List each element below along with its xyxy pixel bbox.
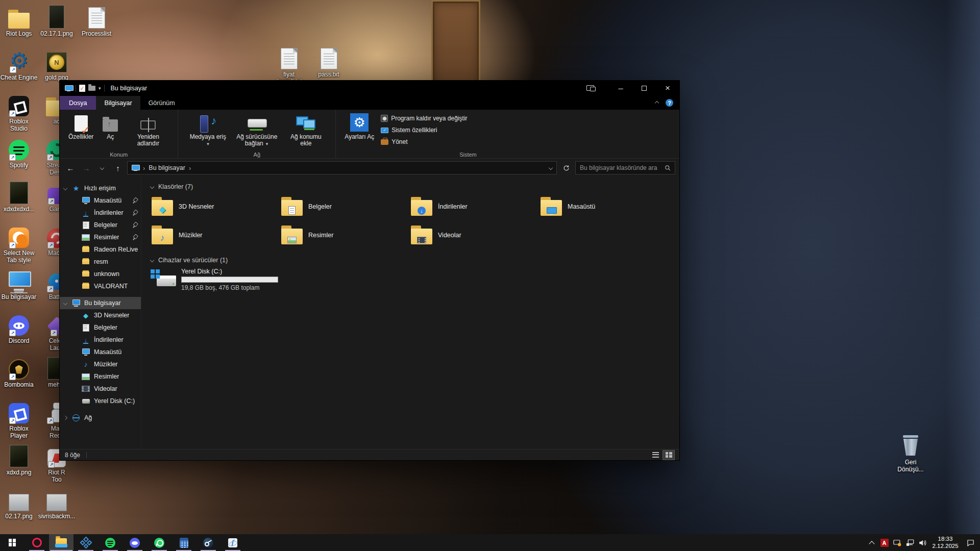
desktop-icon-discord[interactable]: ↗Discord — [0, 311, 38, 344]
volume-tray-icon[interactable] — [916, 534, 929, 551]
open-settings-button[interactable]: ⚙ Ayarları Aç — [341, 112, 378, 140]
address-bar[interactable]: › Bu bilgisayar › — [127, 161, 557, 174]
uninstall-program-button[interactable]: Program kaldır veya değiştir — [381, 113, 467, 123]
properties-button[interactable]: Özellikler — [65, 112, 97, 140]
folder-tile-3d-nesneler[interactable]: 3D Nesneler — [151, 193, 280, 220]
desktop-icon-02-17-1-png[interactable]: 02.17.1.png — [38, 4, 76, 37]
screen-share-tray-icon[interactable] — [891, 534, 903, 551]
folder-tile-i-ndirilenler[interactable]: İndirilenler — [410, 193, 540, 220]
desktop-icon-processlist[interactable]: Processlist — [78, 4, 115, 37]
expander-chevron-icon[interactable] — [63, 301, 67, 305]
rename-button[interactable]: Yeniden adlandır — [124, 112, 173, 147]
access-media-button[interactable]: Medyaya eriş ▼ — [183, 112, 232, 147]
desktop-icon-select-new-tab-style[interactable]: ↗Select New Tab style — [0, 223, 38, 264]
desktop-icon-cheat-engine[interactable]: ↗Cheat Engine — [0, 48, 38, 81]
sidebar-item-i-ndirilenler[interactable]: İndirilenler — [60, 334, 141, 346]
taskbar-discord-button[interactable] — [122, 534, 147, 551]
sidebar-item-3d-nesneler[interactable]: 3D Nesneler — [60, 309, 141, 321]
expander-chevron-icon[interactable] — [63, 186, 67, 190]
anydesk-tray-icon[interactable]: A — [878, 534, 891, 551]
action-center-icon[interactable] — [962, 534, 979, 551]
tab-bilgisayar[interactable]: Bilgisayar — [96, 96, 140, 110]
sidebar-item-radeon-relive[interactable]: Radeon ReLive — [60, 243, 141, 256]
breadcrumb[interactable]: Bu bilgisayar — [149, 164, 185, 171]
sidebar-item-valorant[interactable]: VALORANT — [60, 280, 141, 292]
taskbar-whatsapp-button[interactable] — [147, 534, 172, 551]
section-chevron-icon[interactable] — [150, 258, 154, 262]
taskbar-calculator-button[interactable] — [172, 534, 196, 551]
taskbar-fapp-button[interactable] — [220, 534, 245, 551]
desktop-icon-roblox-player[interactable]: ↗Roblox Player — [0, 399, 38, 439]
folder-tile-masa-st[interactable]: Masaüstü — [540, 193, 669, 220]
sidebar-item-belgeler[interactable]: Belgeler — [60, 219, 141, 231]
taskbar-opera-button[interactable] — [24, 534, 49, 551]
desktop-icon-xdxdxdxd[interactable]: xdxdxdxd... — [0, 180, 38, 213]
new-folder-quick-icon[interactable] — [88, 86, 95, 91]
address-dropdown-chevron-icon[interactable] — [549, 166, 553, 170]
tab-gorunum[interactable]: Görünüm — [140, 96, 183, 110]
folder-tile-m-zikler[interactable]: Müzikler — [151, 222, 280, 248]
taskbar-explorer-button[interactable] — [49, 534, 74, 551]
desktop-icon-02-17-png[interactable]: 02.17.png — [0, 487, 38, 520]
title-bar[interactable]: ✓ ▾ Bu bilgisayar ─ × — [60, 81, 679, 96]
sidebar-item-bu-bilgisayar[interactable]: Bu bilgisayar — [60, 297, 141, 309]
folders-section-header[interactable]: Klasörler (7) — [151, 183, 672, 190]
network-tray-icon[interactable] — [903, 534, 916, 551]
map-network-drive-button[interactable]: Ağ sürücüsüne bağlan ▼ — [232, 112, 281, 147]
manage-button[interactable]: Yönet — [381, 137, 467, 147]
sidebar-item-yerel-disk-c[interactable]: Yerel Disk (C:) — [60, 395, 141, 407]
taskbar-start-button[interactable] — [0, 534, 24, 551]
desktop-icon-spotify[interactable]: ↗Spotify — [0, 136, 38, 169]
desktop-icon-xdxd-png[interactable]: xdxd.png — [0, 443, 38, 476]
folder-tile-videolar[interactable]: Videolar — [410, 222, 540, 248]
tray-overflow-chevron-icon[interactable] — [865, 534, 878, 551]
desktop-icon-geri-d-n[interactable]: Geri Dönüşü... — [892, 433, 929, 473]
search-box[interactable] — [575, 161, 675, 174]
desktop-icon-riot-logs[interactable]: Riot Logs — [0, 4, 38, 37]
sidebar-item-a[interactable]: Ağ — [60, 412, 141, 424]
up-button[interactable]: ↑ — [111, 161, 125, 174]
forward-button[interactable]: → — [80, 161, 93, 174]
add-network-location-button[interactable]: Ağ konumu ekle — [281, 112, 330, 147]
sidebar-item-masa-st[interactable]: Masaüstü — [60, 346, 141, 358]
search-input[interactable] — [579, 164, 664, 172]
taskbar-clock[interactable]: 18:33 2.12.2025 — [929, 536, 962, 549]
sidebar-item-resimler[interactable]: Resimler — [60, 231, 141, 243]
back-button[interactable]: ← — [64, 161, 77, 174]
recent-locations-chevron-icon[interactable] — [95, 161, 109, 174]
maximize-button[interactable] — [632, 81, 656, 96]
desktop-icon-pass-txt[interactable]: pass.txt — [310, 45, 348, 78]
open-button[interactable]: Aç — [97, 112, 124, 140]
sidebar-item-videolar[interactable]: Videolar — [60, 383, 141, 395]
desktop-icon-roblox-studio[interactable]: ↗Roblox Studio — [0, 92, 38, 132]
collapse-ribbon-icon[interactable] — [655, 101, 659, 105]
close-button[interactable]: × — [656, 81, 679, 96]
desktop-icon-sivrisbackm[interactable]: sivrisbackm... — [38, 487, 76, 520]
sidebar-item-belgeler[interactable]: Belgeler — [60, 321, 141, 334]
properties-quick-icon[interactable]: ✓ — [79, 85, 85, 92]
sidebar-item-masa-st[interactable]: Masaüstü — [60, 194, 141, 207]
taskbar-spotify-button[interactable] — [98, 534, 122, 551]
minimize-button[interactable]: ─ — [609, 81, 632, 96]
system-properties-button[interactable]: ✓ Sistem özellikleri — [381, 125, 467, 135]
sidebar-item-m-zikler[interactable]: Müzikler — [60, 358, 141, 370]
desktop-icon-bombomia[interactable]: ↗Bombomia — [0, 355, 38, 388]
details-view-button[interactable] — [650, 450, 661, 460]
taskbar-diamond-button[interactable] — [74, 534, 98, 551]
sidebar-item-resimler[interactable]: Resimler — [60, 370, 141, 383]
desktop-icon-gold-png[interactable]: gold.png — [38, 48, 76, 81]
sidebar-item-unknown[interactable]: unknown — [60, 268, 141, 280]
drive-tile-yerel-disk-c[interactable]: Yerel Disk (C:) 19,8 GB boş, 476 GB topl… — [151, 267, 319, 291]
search-icon[interactable] — [664, 164, 672, 172]
sidebar-item-h-zl-eri-im[interactable]: Hızlı erişim — [60, 182, 141, 194]
devices-section-header[interactable]: Cihazlar ve sürücüler (1) — [151, 257, 672, 264]
expander-chevron-icon[interactable] — [63, 416, 67, 420]
desktop-icon-bu-bilgisayar[interactable]: Bu bilgisayar — [0, 267, 38, 300]
help-icon[interactable]: ? — [666, 99, 673, 107]
sidebar-item-i-ndirilenler[interactable]: İndirilenler — [60, 207, 141, 219]
refresh-button[interactable] — [559, 161, 573, 174]
thumbnails-view-button[interactable] — [663, 450, 674, 460]
folder-tile-resimler[interactable]: Resimler — [280, 222, 410, 248]
desktop-icon-fiyat-nemli-txt[interactable]: fiyat önemli.txt — [270, 45, 308, 85]
section-chevron-icon[interactable] — [150, 185, 154, 189]
